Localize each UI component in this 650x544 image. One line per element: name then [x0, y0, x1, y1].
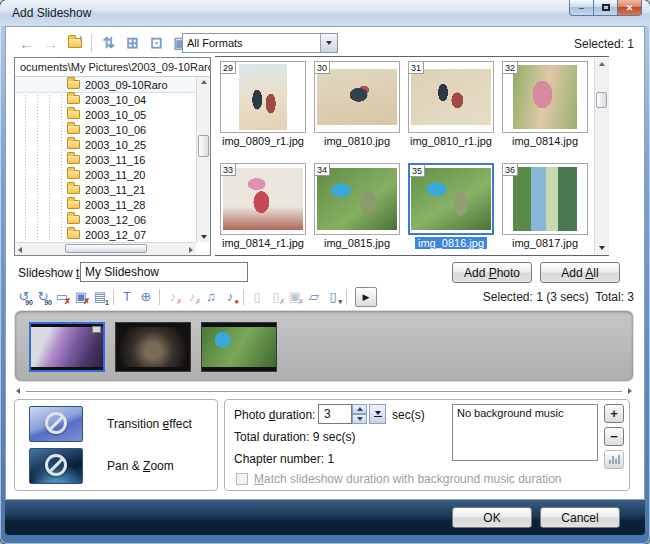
photo-duration-spinner	[352, 404, 367, 424]
record-narration-icon[interactable]: ♪●	[221, 287, 239, 306]
page-options-icon[interactable]: ▯▾	[324, 287, 342, 306]
insert-text-icon[interactable]: T	[118, 287, 136, 306]
filmstrip-item[interactable]	[115, 322, 191, 372]
remove-chapter-icon[interactable]: ▯✗	[267, 287, 285, 306]
format-filter-value: All Formats	[187, 37, 243, 49]
mute-audio-icon[interactable]: ♪✗	[164, 287, 182, 306]
scrollbar-thumb[interactable]	[198, 135, 209, 157]
thumbnail-item[interactable]: 31 img_0810_r1.jpg	[407, 61, 495, 147]
cancel-button[interactable]: Cancel	[540, 507, 620, 528]
scroll-down-icon[interactable]	[599, 246, 605, 250]
rotate-left-icon[interactable]: ↺90	[15, 287, 33, 306]
folder-tree-item[interactable]: 2003_10_25	[15, 137, 196, 152]
remove-all-chapters-icon[interactable]: ▣✗	[286, 287, 304, 306]
thumbnail-filename: img_0816.jpg	[415, 237, 487, 249]
audio-playback-icon[interactable]: ♫	[202, 287, 220, 306]
scroll-left-icon[interactable]	[18, 247, 22, 253]
thumbnail-item[interactable]: 29 img_0809_r1.jpg	[219, 61, 307, 147]
insert-page-icon[interactable]: ▱	[305, 287, 323, 306]
remove-photo-icon[interactable]: ▭✗	[53, 287, 71, 306]
close-button[interactable]: ✕	[617, 0, 642, 16]
format-filter-combobox[interactable]: All Formats	[182, 33, 338, 53]
photo-preview	[31, 327, 103, 367]
filmstrip-scrollbar[interactable]	[14, 387, 634, 396]
thumbnail-item[interactable]: 30 img_0810.jpg	[313, 61, 401, 147]
folder-tree-item[interactable]: 2003_09-10Raro	[15, 77, 196, 92]
thumbnail-item[interactable]: 33 img_0814_r1.jpg	[219, 163, 307, 249]
folder-tree-item[interactable]: 2003_10_05	[15, 107, 196, 122]
tree-vertical-scrollbar[interactable]	[196, 77, 210, 242]
photo-preview	[317, 69, 397, 125]
add-photo-button[interactable]: Add Photo	[452, 262, 532, 283]
folder-path-combobox[interactable]: ocuments\My Pictures\2003_09-10Raro\	[15, 58, 210, 77]
folder-icon	[67, 215, 80, 224]
arrange-photos-icon[interactable]: ▤1	[91, 287, 109, 306]
transition-effect-button[interactable]	[29, 406, 83, 442]
play-slideshow-button[interactable]: ▶	[355, 287, 377, 307]
scroll-down-icon[interactable]	[201, 235, 207, 239]
thumbnail-item[interactable]: 36 img_0817.jpg	[501, 163, 589, 249]
scroll-up-icon[interactable]	[201, 80, 207, 84]
title-bar[interactable]: Add Slideshow – ✕	[0, 0, 650, 26]
folder-tree-item[interactable]: 2003_10_06	[15, 122, 196, 137]
folder-icon	[67, 95, 80, 104]
filmstrip-item[interactable]	[201, 322, 277, 372]
remove-all-photos-icon[interactable]: ▣✗	[72, 287, 90, 306]
folder-tree-item[interactable]: 2003_12_07	[15, 227, 196, 242]
tree-view-icon[interactable]: ⊞	[122, 32, 143, 54]
folder-tree-item[interactable]: 2003_12_06	[15, 212, 196, 227]
zoom-tool-icon[interactable]: ⊕	[137, 287, 155, 306]
up-one-level-icon[interactable]: ↑	[64, 32, 85, 54]
spin-down-button[interactable]	[352, 414, 367, 424]
photo-preview	[513, 167, 577, 231]
photo-duration-label: Photo duration:	[234, 408, 315, 422]
photo-duration-input[interactable]: 3	[318, 404, 352, 424]
scroll-right-icon[interactable]	[628, 388, 632, 394]
search-folder-icon[interactable]: ⊡	[146, 32, 167, 54]
combo-dropdown-button[interactable]	[320, 34, 337, 52]
slideshow-title-input[interactable]: My Slideshow	[80, 262, 248, 282]
duration-preset-dropdown-button[interactable]	[369, 404, 386, 424]
folder-tree-item[interactable]: 2003_11_16	[15, 152, 196, 167]
ok-button[interactable]: OK	[452, 507, 532, 528]
slideshow-filmstrip	[14, 310, 634, 382]
background-music-list[interactable]: No background music	[452, 404, 598, 461]
add-all-button[interactable]: Add All	[540, 262, 620, 283]
thumbnail-item-selected[interactable]: 35 img_0816.jpg	[407, 163, 495, 249]
folder-tree-item[interactable]: 2003_11_21	[15, 182, 196, 197]
scroll-up-icon[interactable]	[599, 62, 605, 66]
remove-audio-icon[interactable]: ♪✗	[183, 287, 201, 306]
rotate-right-icon[interactable]: ↻90	[34, 287, 52, 306]
audio-level-button[interactable]	[604, 450, 624, 469]
add-slideshow-dialog: Add Slideshow – ✕ ← → ↑ ⇅ ⊞ ⊡ ▣ ↻ All Fo…	[0, 0, 650, 544]
thumbnail-filename: img_0815.jpg	[324, 237, 390, 249]
pan-zoom-button[interactable]	[29, 448, 83, 484]
thumbnails-vertical-scrollbar[interactable]	[594, 58, 609, 254]
filmstrip-item-selected[interactable]	[29, 322, 105, 372]
scroll-right-icon[interactable]	[189, 247, 193, 253]
sort-view-icon[interactable]: ⇅	[98, 32, 119, 54]
scrollbar-thumb[interactable]	[65, 244, 147, 253]
scroll-left-icon[interactable]	[16, 388, 20, 394]
forward-icon[interactable]: →	[40, 32, 61, 54]
folder-tree-item[interactable]: 2003_11_20	[15, 167, 196, 182]
add-music-button[interactable]: +	[604, 404, 624, 423]
thumbnail-filename: img_0814.jpg	[512, 135, 578, 147]
back-icon[interactable]: ←	[16, 32, 37, 54]
minimize-button[interactable]: –	[569, 0, 594, 16]
thumbnail-item[interactable]: 34 img_0815.jpg	[313, 163, 401, 249]
remove-music-button[interactable]: −	[604, 427, 624, 446]
scrollbar-thumb[interactable]	[596, 92, 607, 108]
folder-icon	[67, 230, 80, 239]
tree-horizontal-scrollbar[interactable]	[15, 242, 196, 255]
maximize-button[interactable]	[593, 0, 618, 16]
match-duration-checkbox[interactable]	[236, 473, 248, 485]
thumbnail-item[interactable]: 32 img_0814.jpg	[501, 61, 589, 147]
spin-up-button[interactable]	[352, 404, 367, 414]
folder-tree-item[interactable]: 2003_10_04	[15, 92, 196, 107]
folder-tree-item[interactable]: 2003_11_28	[15, 197, 196, 212]
insert-chapter-icon[interactable]: ▯	[248, 287, 266, 306]
toolbar-separator	[346, 289, 347, 305]
chevron-down-icon	[375, 411, 381, 415]
plus-icon: +	[610, 406, 618, 421]
